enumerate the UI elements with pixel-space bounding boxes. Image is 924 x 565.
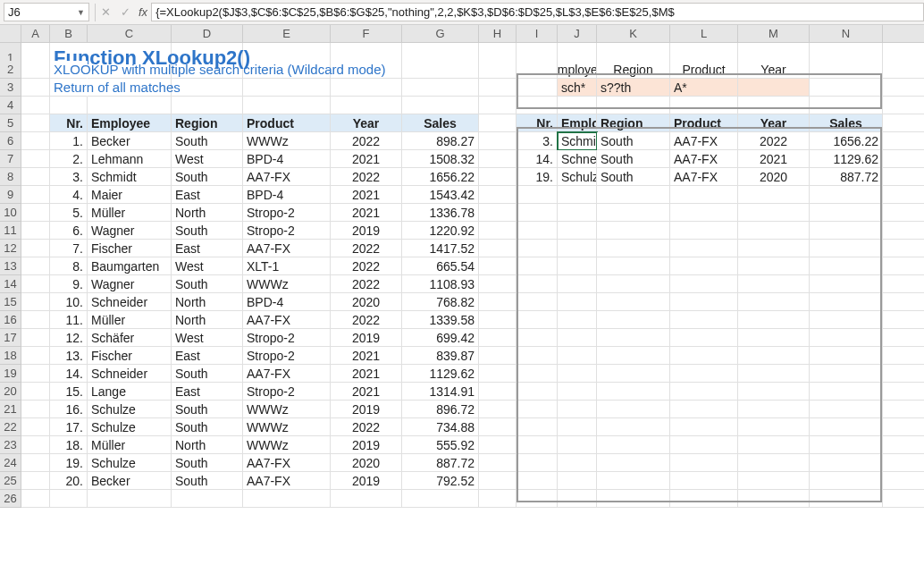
cell[interactable] (670, 311, 738, 329)
cell[interactable]: Schneider (88, 293, 172, 311)
row-header[interactable]: 7 (0, 150, 21, 168)
cell[interactable] (50, 97, 88, 114)
cell[interactable] (597, 472, 670, 490)
cell[interactable] (738, 329, 810, 347)
cell[interactable] (21, 472, 50, 490)
cell[interactable] (479, 329, 517, 347)
col-header[interactable]: H (479, 25, 517, 43)
cell[interactable] (21, 204, 50, 222)
cell[interactable] (479, 436, 517, 454)
formula-input[interactable]: {=XLookup2($J$3,$C$6:$C$25,$B$6:$G$25,"n… (151, 3, 924, 21)
cell[interactable]: South (172, 401, 243, 418)
cell[interactable] (479, 168, 517, 186)
cell[interactable] (738, 97, 810, 114)
cell[interactable]: 14. (50, 365, 88, 383)
cell[interactable] (883, 347, 924, 365)
cell[interactable]: Schneider (88, 365, 172, 383)
cell[interactable] (50, 490, 88, 508)
cell[interactable] (21, 168, 50, 186)
cell[interactable]: 20. (50, 472, 88, 490)
cell[interactable] (883, 79, 924, 97)
cell[interactable]: 792.52 (402, 472, 479, 490)
cell[interactable]: 2020 (331, 293, 402, 311)
cell[interactable]: 699.42 (402, 329, 479, 347)
cell[interactable]: Wagner (88, 275, 172, 293)
cell[interactable]: 887.72 (810, 168, 883, 186)
cell[interactable] (597, 222, 670, 240)
cell[interactable]: 14. (517, 150, 558, 168)
row-header[interactable]: 8 (0, 168, 21, 186)
cell[interactable]: 1336.78 (402, 204, 479, 222)
row-header[interactable]: 22 (0, 418, 21, 436)
cell[interactable] (670, 275, 738, 293)
cell[interactable]: Müller (88, 204, 172, 222)
cell[interactable] (479, 383, 517, 401)
cell[interactable] (21, 275, 50, 293)
cell[interactable] (479, 365, 517, 383)
cell[interactable]: 2022 (738, 132, 810, 150)
row-header[interactable]: 2 (0, 61, 21, 79)
cell[interactable] (402, 97, 479, 114)
cell[interactable]: 555.92 (402, 436, 479, 454)
cell[interactable]: Schäfer (88, 329, 172, 347)
cancel-icon[interactable]: ✕ (96, 4, 115, 21)
row-header[interactable]: 16 (0, 311, 21, 329)
cell[interactable]: Stropo-2 (243, 204, 331, 222)
cell[interactable]: 1108.93 (402, 275, 479, 293)
cell[interactable] (558, 204, 597, 222)
cell[interactable] (810, 329, 883, 347)
cell[interactable] (670, 472, 738, 490)
cell[interactable] (479, 61, 517, 79)
cell[interactable] (883, 61, 924, 79)
cell[interactable]: Return of all matches (50, 79, 88, 97)
cell[interactable] (597, 347, 670, 365)
cell[interactable]: South (597, 132, 670, 150)
row-header[interactable]: 15 (0, 293, 21, 311)
cell[interactable] (883, 204, 924, 222)
cell[interactable] (517, 311, 558, 329)
cell[interactable] (21, 365, 50, 383)
cell[interactable]: 898.27 (402, 132, 479, 150)
cell[interactable]: Schulze (88, 401, 172, 418)
cell[interactable] (670, 383, 738, 401)
cell[interactable]: North (172, 311, 243, 329)
cell[interactable]: WWWz (243, 275, 331, 293)
row-header[interactable]: 26 (0, 490, 21, 508)
cell[interactable] (738, 436, 810, 454)
cell[interactable]: AA7-FX (670, 168, 738, 186)
cell[interactable] (597, 365, 670, 383)
cell[interactable]: Region (597, 61, 670, 79)
cell[interactable] (810, 275, 883, 293)
cell[interactable]: South (172, 168, 243, 186)
cell[interactable]: South (172, 275, 243, 293)
cell[interactable] (558, 311, 597, 329)
cell[interactable] (810, 186, 883, 204)
cell[interactable]: South (172, 454, 243, 472)
cell[interactable] (810, 293, 883, 311)
cell[interactable] (21, 257, 50, 275)
cell[interactable] (810, 472, 883, 490)
cell[interactable] (883, 472, 924, 490)
cell[interactable]: 8. (50, 257, 88, 275)
cell[interactable] (597, 240, 670, 257)
cell[interactable] (670, 329, 738, 347)
cell[interactable] (883, 293, 924, 311)
cell[interactable] (883, 240, 924, 257)
cell[interactable] (517, 347, 558, 365)
col-header[interactable]: G (402, 25, 479, 43)
col-header[interactable]: N (810, 25, 883, 43)
cell[interactable]: 1417.52 (402, 240, 479, 257)
cell[interactable] (558, 186, 597, 204)
cell[interactable]: 1129.62 (810, 150, 883, 168)
cell[interactable]: BPD-4 (243, 186, 331, 204)
cell[interactable] (243, 79, 331, 97)
row-header[interactable]: 19 (0, 365, 21, 383)
cell[interactable] (21, 418, 50, 436)
col-header[interactable]: D (172, 25, 243, 43)
cell[interactable]: XLOOKUP with multiple search criteria (W… (50, 61, 88, 79)
cell[interactable] (597, 418, 670, 436)
cell[interactable]: AA7-FX (670, 150, 738, 168)
cell[interactable] (738, 275, 810, 293)
cell[interactable]: 1. (50, 132, 88, 150)
cell[interactable] (883, 311, 924, 329)
